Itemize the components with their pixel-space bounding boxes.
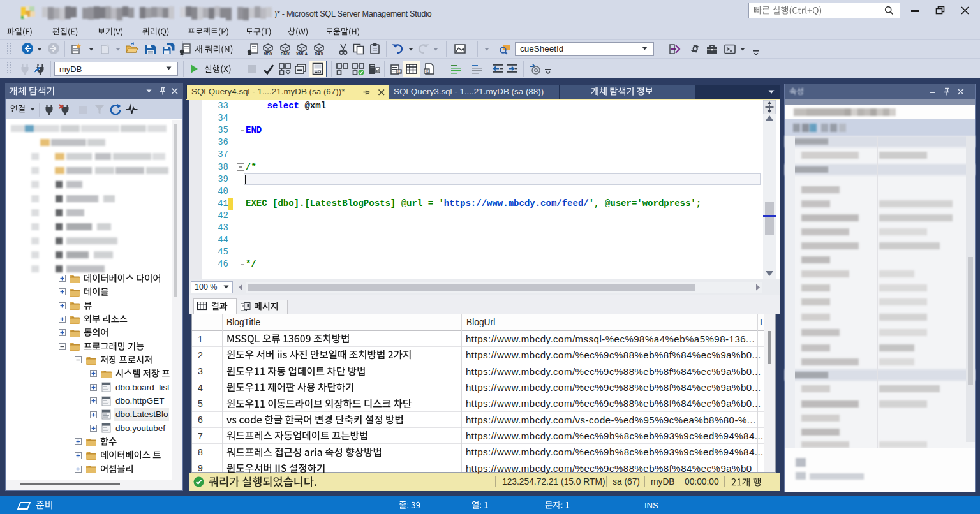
svg-text:01: 01: [397, 70, 401, 73]
svg-text:01: 01: [425, 70, 429, 74]
svg-text:DAX: DAX: [315, 52, 323, 56]
svg-text:DMX: DMX: [281, 52, 290, 56]
svg-text:XMLA: XMLA: [296, 52, 308, 56]
svg-text:MDX: MDX: [264, 52, 273, 56]
